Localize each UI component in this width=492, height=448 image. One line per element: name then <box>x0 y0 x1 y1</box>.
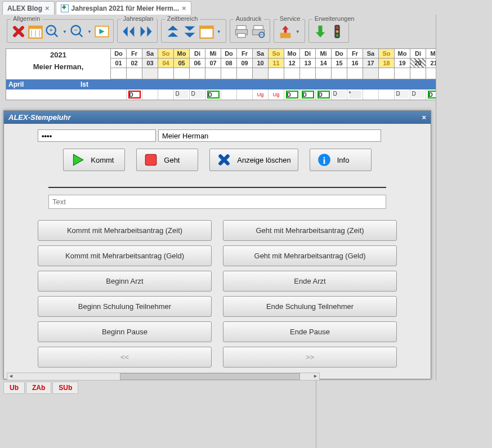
password-input[interactable] <box>38 129 156 142</box>
action-button[interactable]: Geht mit Mehrarbeitsantrag (Geld) <box>223 245 397 266</box>
day-column[interactable]: Di06 <box>190 49 205 79</box>
day-column[interactable]: Mi14 <box>316 49 332 79</box>
day-column[interactable]: Sa10 <box>253 49 269 79</box>
data-cell[interactable]: D <box>174 89 190 100</box>
data-cell[interactable]: D <box>127 89 142 100</box>
close-icon[interactable]: × <box>182 4 186 12</box>
day-column[interactable]: So04 <box>158 49 174 79</box>
day-column[interactable]: Mo05 <box>174 49 190 79</box>
tab-jahresplan[interactable]: Jahresplan 2021 für Meier Herm... × <box>56 1 191 15</box>
zoom-in-icon[interactable]: + <box>44 23 60 40</box>
close-icon[interactable]: × <box>45 4 50 12</box>
clear-button[interactable]: Anzeige löschen <box>209 149 298 171</box>
dropdown-icon[interactable]: ▼ <box>294 29 301 34</box>
day-column[interactable]: Mo19 <box>395 49 410 79</box>
horizontal-scrollbar[interactable] <box>7 373 320 380</box>
data-cell[interactable]: D <box>395 89 410 100</box>
data-cell[interactable]: D <box>316 89 332 100</box>
play-icon[interactable] <box>94 23 110 40</box>
data-cell[interactable] <box>237 89 253 100</box>
download-icon[interactable] <box>312 23 328 40</box>
scrollbar-thumb[interactable] <box>120 373 300 380</box>
down-icon[interactable] <box>182 23 198 40</box>
dropdown-icon[interactable]: ▼ <box>216 29 222 34</box>
day-column[interactable]: Fr09 <box>237 49 253 79</box>
print-preview-icon[interactable] <box>251 23 266 40</box>
data-cell[interactable] <box>111 89 127 100</box>
data-cell[interactable]: D <box>190 89 205 100</box>
day-column[interactable]: Fr02 <box>127 49 142 79</box>
tab-zab[interactable]: ZAb <box>26 382 51 394</box>
time-input[interactable] <box>48 177 386 188</box>
action-button[interactable]: Beginn Arzt <box>38 271 212 292</box>
name-input[interactable] <box>158 129 381 142</box>
data-cell[interactable]: D <box>205 89 221 100</box>
day-column[interactable]: So11 <box>269 49 284 79</box>
day-column[interactable]: Do01 <box>111 49 127 79</box>
data-cell[interactable] <box>379 89 395 100</box>
day-column[interactable]: Mi07 <box>205 49 221 79</box>
svg-rect-12 <box>237 26 246 30</box>
group-service: Service ▼ <box>274 19 305 43</box>
svg-rect-18 <box>280 33 290 38</box>
dropdown-icon[interactable]: ▼ <box>86 29 93 34</box>
day-column[interactable]: Mo12 <box>284 49 300 79</box>
day-column[interactable]: Sa17 <box>363 49 379 79</box>
next-page-button[interactable]: >> <box>223 347 397 368</box>
text-input[interactable] <box>48 195 386 209</box>
up-icon[interactable] <box>165 23 181 40</box>
tab-alex-blog[interactable]: ALEX Blog × <box>2 1 55 15</box>
day-column[interactable]: Di20 <box>410 49 426 79</box>
day-column[interactable]: Do15 <box>332 49 347 79</box>
action-button[interactable]: Kommt mit Mehrarbeitsantrag (Zeit) <box>38 220 212 241</box>
dropdown-icon[interactable]: ▼ <box>61 29 68 34</box>
action-button[interactable]: Beginn Schulung Teilnehmer <box>38 296 212 317</box>
group-allgemein: Allgemein + ▼ − ▼ <box>7 19 114 43</box>
day-column[interactable]: Di13 <box>300 49 316 79</box>
data-cell[interactable]: Ug <box>269 89 284 100</box>
action-button[interactable]: Geht mit Mehrarbeitsantrag (Zeit) <box>223 220 397 241</box>
day-column[interactable]: Do08 <box>221 49 237 79</box>
upload-icon[interactable] <box>278 23 293 40</box>
zoom-out-icon[interactable]: − <box>69 23 85 40</box>
group-label: Erweiterungen <box>312 15 357 22</box>
prev-page-button[interactable]: << <box>38 347 212 368</box>
dialog-title-bar[interactable]: ALEX-Stempeluhr × <box>4 111 431 124</box>
stempeluhr-dialog: ALEX-Stempeluhr × Kommt Geht Anzeige lös… <box>3 110 431 379</box>
next-icon[interactable] <box>138 23 154 40</box>
ist-label: Ist <box>80 80 88 88</box>
traffic-light-icon[interactable] <box>329 23 345 40</box>
geht-button[interactable]: Geht <box>136 149 198 171</box>
svg-rect-11 <box>200 26 213 29</box>
info-button[interactable]: i Info <box>310 149 372 171</box>
day-column[interactable]: Fr16 <box>347 49 363 79</box>
data-cell[interactable] <box>363 89 379 100</box>
svg-rect-1 <box>29 26 42 29</box>
data-cell[interactable]: D <box>410 89 426 100</box>
action-button[interactable]: Beginn Pause <box>38 321 212 342</box>
day-column[interactable]: So18 <box>379 49 395 79</box>
data-cell[interactable]: D <box>284 89 300 100</box>
close-icon[interactable]: × <box>422 113 426 122</box>
tab-ub[interactable]: Ub <box>3 382 25 394</box>
action-button[interactable]: Ende Schulung Teilnehmer <box>223 296 397 317</box>
data-cell[interactable] <box>158 89 174 100</box>
data-cell[interactable]: D <box>300 89 316 100</box>
action-button[interactable]: Kommt mit Mehrarbeitsantrag (Geld) <box>38 245 212 266</box>
svg-point-21 <box>336 30 338 33</box>
tab-sub[interactable]: SUb <box>52 382 78 394</box>
data-cell[interactable]: Ug <box>253 89 269 100</box>
calendar-icon[interactable] <box>28 23 43 40</box>
prev-icon[interactable] <box>121 23 137 40</box>
kommt-button[interactable]: Kommt <box>63 149 125 171</box>
action-button[interactable]: Ende Pause <box>223 321 397 342</box>
data-cell[interactable]: * <box>347 89 363 100</box>
action-button[interactable]: Ende Arzt <box>223 271 397 292</box>
calendar-select-icon[interactable] <box>199 23 214 40</box>
data-cell[interactable] <box>142 89 158 100</box>
data-cell[interactable] <box>221 89 237 100</box>
data-cell[interactable]: D <box>332 89 347 100</box>
day-column[interactable]: Sa03 <box>142 49 158 79</box>
print-icon[interactable] <box>234 23 249 40</box>
delete-icon[interactable] <box>11 23 26 40</box>
